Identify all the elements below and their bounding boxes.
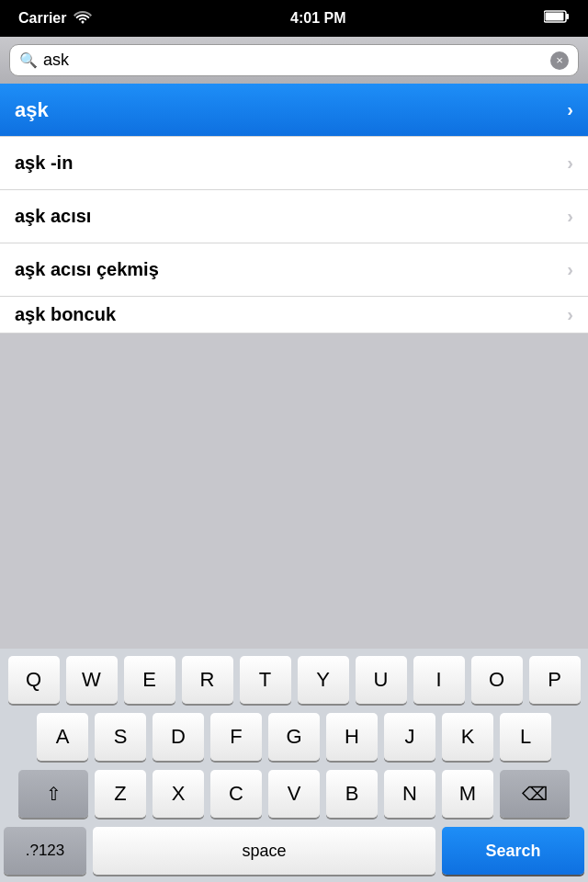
result-text-2: aşk acısı [15, 206, 91, 227]
key-o[interactable]: O [471, 656, 523, 704]
chevron-icon-0: › [567, 99, 573, 120]
time-label: 4:01 PM [290, 10, 345, 27]
numbers-key[interactable]: .?123 [4, 827, 86, 875]
key-q[interactable]: Q [8, 656, 60, 704]
chevron-icon-2: › [567, 206, 573, 227]
result-item-3[interactable]: aşk acısı çekmiş › [0, 243, 588, 297]
key-s[interactable]: S [95, 713, 146, 761]
chevron-icon-4: › [567, 304, 573, 325]
key-y[interactable]: Y [298, 656, 349, 704]
key-l[interactable]: L [500, 713, 551, 761]
key-p[interactable]: P [529, 656, 581, 704]
key-e[interactable]: E [124, 656, 175, 704]
backspace-key[interactable]: ⌫ [500, 770, 570, 818]
key-n[interactable]: N [384, 770, 435, 818]
search-key[interactable]: Search [442, 827, 584, 875]
key-x[interactable]: X [153, 770, 204, 818]
keyboard-row-3: ⇧ Z X C V B N M ⌫ [0, 770, 588, 818]
chevron-icon-1: › [567, 153, 573, 174]
keyboard-row-1: Q W E R T Y U I O P [0, 656, 588, 704]
key-g[interactable]: G [268, 713, 320, 761]
key-r[interactable]: R [182, 656, 233, 704]
key-w[interactable]: W [66, 656, 118, 704]
status-bar: Carrier 4:01 PM [0, 0, 588, 37]
result-item-1[interactable]: aşk -in › [0, 137, 588, 190]
result-item-2[interactable]: aşk acısı › [0, 190, 588, 243]
keyboard: Q W E R T Y U I O P A S D F G H J K L ⇧ … [0, 649, 588, 882]
carrier-label: Carrier [18, 10, 66, 27]
result-text-3: aşk acısı çekmiş [15, 259, 159, 280]
svg-rect-2 [566, 14, 569, 19]
keyboard-bottom-row: .?123 space Search [0, 827, 588, 875]
keyboard-row-2: A S D F G H J K L [0, 713, 588, 761]
key-h[interactable]: H [326, 713, 378, 761]
key-u[interactable]: U [356, 656, 407, 704]
key-b[interactable]: B [326, 770, 378, 818]
space-key[interactable]: space [93, 827, 435, 875]
key-z[interactable]: Z [95, 770, 146, 818]
battery-icon [544, 9, 570, 28]
key-t[interactable]: T [240, 656, 291, 704]
result-item-4[interactable]: aşk boncuk › [0, 297, 588, 334]
key-j[interactable]: J [384, 713, 435, 761]
search-input[interactable] [43, 51, 550, 70]
result-item-0[interactable]: aşk › [0, 84, 588, 137]
key-a[interactable]: A [37, 713, 88, 761]
status-right [544, 9, 570, 28]
wifi-icon [74, 9, 92, 28]
svg-rect-1 [545, 13, 563, 21]
result-text-4: aşk boncuk [15, 304, 116, 325]
search-magnifier-icon: 🔍 [19, 51, 38, 69]
key-m[interactable]: M [442, 770, 493, 818]
key-d[interactable]: D [153, 713, 204, 761]
search-input-wrapper[interactable]: 🔍 × [9, 44, 579, 76]
key-k[interactable]: K [442, 713, 493, 761]
search-bar: 🔍 × [0, 37, 588, 84]
result-text-0: aşk [15, 98, 49, 122]
result-text-1: aşk -in [15, 153, 73, 174]
status-left: Carrier [18, 9, 92, 28]
key-i[interactable]: I [413, 656, 465, 704]
shift-key[interactable]: ⇧ [18, 770, 88, 818]
key-c[interactable]: C [210, 770, 262, 818]
results-list: aşk › aşk -in › aşk acısı › aşk acısı çe… [0, 84, 588, 334]
key-f[interactable]: F [210, 713, 262, 761]
chevron-icon-3: › [567, 259, 573, 280]
clear-button[interactable]: × [550, 51, 569, 70]
key-v[interactable]: V [268, 770, 320, 818]
